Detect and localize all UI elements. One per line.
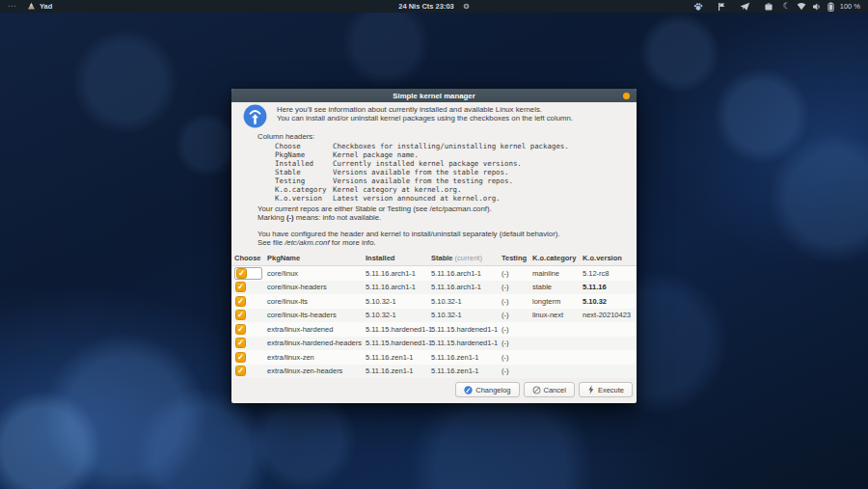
checkmark-icon: ✓ [237, 366, 244, 375]
config-line-1: You have configured the header and kerne… [258, 230, 560, 238]
execute-bolt-icon [587, 385, 595, 394]
marking-line: Marking (-) means: info not available. [258, 213, 492, 222]
battery-percentage: 100 % [840, 2, 860, 11]
doc-line: InstalledCurrently installed kernel pack… [275, 159, 569, 168]
doc-line: K.o.categoryKernel category at kernel.or… [275, 185, 569, 194]
row-checkbox[interactable]: ✓ [235, 282, 246, 292]
table-row[interactable]: ✓ core/linux-lts-headers 5.10.32-1 5.10.… [231, 309, 637, 323]
checkmark-icon: ✓ [237, 282, 244, 291]
header-version[interactable]: K.o.version [583, 254, 637, 262]
header-testing[interactable]: Testing [502, 254, 532, 262]
checkmark-icon: ✓ [237, 352, 244, 362]
cancel-button[interactable]: Cancel [524, 382, 575, 397]
table-row[interactable]: ✓ core/linux-headers 5.11.16.arch1-1 5.1… [231, 281, 637, 295]
table-row[interactable]: ✓ extra/linux-hardened 5.11.15.hardened1… [231, 322, 637, 337]
table-header-row: Choose PkgName Installed Stable (current… [231, 251, 637, 266]
column-docs: ChooseCheckboxes for installing/uninstal… [275, 142, 569, 203]
flag-icon[interactable] [717, 2, 726, 12]
table-row[interactable]: ✓ extra/linux-zen-headers 5.11.16.zen1-1… [231, 365, 637, 379]
paw-icon[interactable] [693, 2, 703, 12]
column-headers-label: Column headers: [258, 132, 314, 141]
doc-line: TestingVersions available from the testi… [275, 177, 569, 185]
changelog-icon [464, 386, 473, 394]
table-row[interactable]: ✓ extra/linux-zen 5.11.16.zen1-1 5.11.16… [231, 350, 637, 365]
table-row[interactable]: ✓ core/linux 5.11.16.arch1-1 5.11.16.arc… [231, 266, 637, 281]
header-choose[interactable]: Choose [234, 254, 267, 262]
table-row[interactable]: ✓ core/linux-lts 5.10.32-1 5.10.32-1 (-)… [231, 294, 637, 309]
cancel-icon [532, 386, 541, 394]
window-title: Simple kernel manager [393, 92, 475, 100]
night-mode-icon[interactable]: ☾ [783, 0, 791, 13]
intro-section: Here you'll see information about curren… [243, 104, 573, 128]
notification-icon[interactable] [463, 3, 470, 10]
checkmark-icon: ✓ [237, 296, 244, 306]
dialog-buttons: Changelog Cancel Execute [455, 382, 633, 397]
row-checkbox[interactable]: ✓ [236, 268, 247, 279]
repos-line: Your current repos are either Stable or … [258, 204, 492, 213]
config-line-2: See file /etc/akm.conf for more info. [258, 238, 560, 247]
top-panel: ⋯ Yad 24 Nis Cts 23:03 [0, 0, 868, 13]
header-pkgname[interactable]: PkgName [267, 254, 366, 262]
volume-icon[interactable] [812, 2, 822, 12]
battery-icon[interactable] [827, 2, 834, 12]
panel-right: ☾ 100 % [687, 0, 868, 13]
row-checkbox[interactable]: ✓ [235, 352, 246, 363]
checkmark-icon: ✓ [237, 310, 244, 319]
package-icon[interactable] [764, 2, 773, 12]
row-checkbox[interactable]: ✓ [235, 324, 246, 335]
row-checkbox[interactable]: ✓ [235, 296, 246, 307]
intro-text: Here you'll see information about curren… [277, 104, 573, 128]
repos-note: Your current repos are either Stable or … [258, 204, 492, 222]
clock[interactable]: 24 Nis Cts 23:03 [398, 2, 454, 11]
doc-line: K.o.versionLatest version announced at k… [275, 194, 569, 203]
doc-line: PkgNameKernel package name. [275, 150, 569, 159]
config-note: You have configured the header and kerne… [258, 230, 560, 247]
doc-line: ChooseCheckboxes for installing/uninstal… [275, 142, 569, 150]
table-row[interactable]: ✓ extra/linux-hardened-headers 5.11.15.h… [231, 337, 637, 351]
network-wifi-icon[interactable] [797, 2, 806, 11]
changelog-button[interactable]: Changelog [455, 382, 519, 397]
akm-app-icon [243, 104, 267, 128]
close-button[interactable] [623, 93, 631, 100]
kernel-manager-window: Simple kernel manager Here you'll see in… [231, 89, 637, 403]
titlebar[interactable]: Simple kernel manager [231, 89, 637, 102]
execute-button[interactable]: Execute [579, 382, 633, 397]
intro-line-1: Here you'll see information about curren… [277, 105, 573, 114]
paper-plane-icon[interactable] [740, 2, 750, 12]
header-stable[interactable]: Stable (current) [431, 254, 502, 262]
intro-line-2: You can install and/or uninstall kernel … [277, 114, 573, 122]
row-checkbox[interactable]: ✓ [235, 310, 246, 320]
row-checkbox[interactable]: ✓ [235, 338, 246, 348]
desktop-wallpaper: ⋯ Yad 24 Nis Cts 23:03 [0, 0, 868, 489]
checkmark-icon: ✓ [237, 338, 244, 347]
header-installed[interactable]: Installed [366, 254, 431, 262]
header-category[interactable]: K.o.category [532, 254, 583, 262]
checkmark-icon: ✓ [238, 268, 245, 278]
row-checkbox[interactable]: ✓ [235, 366, 246, 376]
checkmark-icon: ✓ [237, 324, 244, 334]
kernel-table: Choose PkgName Installed Stable (current… [231, 251, 637, 378]
doc-line: StableVersions available from the stable… [275, 168, 569, 177]
